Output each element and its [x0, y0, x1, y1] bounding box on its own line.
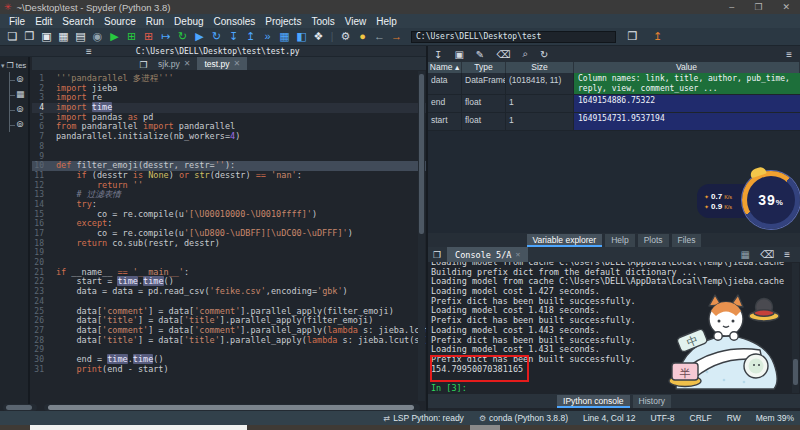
menu-item-help[interactable]: Help — [371, 16, 402, 27]
memory-gauge-widget[interactable]: 39% — [742, 168, 800, 232]
line-number: 27 — [32, 326, 56, 336]
editor-vertical-scrollbar[interactable] — [418, 71, 425, 401]
cake-character: 半 — [680, 367, 691, 380]
back-icon[interactable]: ← — [371, 28, 388, 45]
tools-icon[interactable]: ⚙ — [337, 28, 354, 45]
line-number: 15 — [32, 210, 56, 220]
menu-item-run[interactable]: Run — [141, 16, 169, 27]
console-tab[interactable]: Console 5/A ✕ — [447, 247, 528, 262]
tab-ipython-console[interactable]: IPython console — [557, 395, 629, 408]
inspect-icon[interactable]: ▦ — [741, 249, 750, 260]
menu-item-file[interactable]: File — [4, 16, 30, 27]
re-run-icon[interactable]: ↻ — [174, 28, 191, 45]
working-directory-input[interactable]: C:\Users\DELL\Desktop\test — [411, 31, 616, 43]
column-header-2[interactable]: Size — [506, 62, 574, 73]
import-data-icon[interactable]: ↧ — [434, 49, 442, 60]
remove-variables-icon[interactable]: ⌫ — [496, 49, 510, 60]
minimize-button[interactable]: – — [729, 2, 734, 12]
parent-folder-icon[interactable]: ↥ — [649, 28, 666, 45]
forward-icon[interactable]: → — [388, 28, 405, 45]
status-label: Mem 39% — [756, 413, 794, 423]
token: data[ — [56, 335, 102, 345]
editor-tab-test.py[interactable]: test.py✕ — [197, 57, 247, 70]
menu-item-consoles[interactable]: Consoles — [209, 16, 261, 27]
line-number: 14 — [32, 200, 56, 210]
status-label: LSP Python: ready — [393, 413, 464, 423]
menu-item-tools[interactable]: Tools — [306, 16, 339, 27]
right-pane-tabs: Variable explorerHelpPlotsFiles — [428, 233, 800, 247]
code-editor[interactable]: 1'''pandarallel 多进程'''2import jieba3impo… — [32, 70, 426, 402]
close-tab-icon[interactable]: ✕ — [184, 59, 191, 68]
variable-explorer-menu-icon[interactable]: ≡ — [786, 49, 800, 60]
refresh-variables-icon[interactable]: ↻ — [540, 49, 548, 60]
step-into-icon[interactable]: ↧ — [225, 28, 242, 45]
save-data-as-icon[interactable]: ✎ — [476, 49, 484, 60]
menu-item-source[interactable]: Source — [99, 16, 141, 27]
step-return-icon[interactable]: ↥ — [242, 28, 259, 45]
close-button[interactable]: ✕ — [782, 2, 790, 12]
tree-horizontal-scrollbar[interactable] — [3, 404, 37, 411]
clear-console-icon[interactable]: ⌫ — [760, 249, 774, 260]
python-file-icon[interactable]: ⊚ — [10, 102, 28, 117]
token: 'comment' — [102, 306, 148, 316]
menu-item-projects[interactable]: Projects — [260, 16, 306, 27]
new-file-icon[interactable]: ❏ — [4, 28, 21, 45]
menu-item-edit[interactable]: Edit — [30, 16, 57, 27]
find-in-files-icon[interactable]: ▤ — [72, 28, 89, 45]
status-label: CRLF — [690, 413, 712, 423]
console-menu-icon[interactable]: ≡ — [784, 249, 790, 260]
open-file-icon[interactable]: ❒ — [21, 28, 38, 45]
token: from — [56, 121, 76, 131]
menu-item-search[interactable]: Search — [57, 16, 99, 27]
token: ] = data[ — [138, 335, 184, 345]
layout-icon[interactable]: ◧ — [293, 28, 310, 45]
maximize-pane-icon[interactable]: ❖ — [310, 28, 327, 45]
close-console-icon[interactable]: ✕ — [515, 250, 520, 259]
maximize-button[interactable]: ❐ — [754, 2, 762, 12]
debug-continue-icon[interactable]: » — [259, 28, 276, 45]
preferences-icon[interactable]: ◉ — [89, 28, 106, 45]
python-file-icon[interactable]: ⊚ — [10, 72, 28, 87]
data-file-icon[interactable]: ▦ — [10, 87, 28, 102]
table-row[interactable]: startfloat11649154731.9537194 — [428, 113, 800, 131]
save-file-icon[interactable]: ▣ — [38, 28, 55, 45]
column-header-0[interactable]: Name ▴ — [428, 62, 462, 73]
run-cell-icon[interactable]: ⊞ — [123, 28, 140, 45]
token: co = re.compile(u — [56, 228, 184, 238]
debug-file-icon[interactable]: ▶ — [191, 28, 208, 45]
tab-files[interactable]: Files — [672, 234, 702, 247]
console-vertical-scrollbar[interactable] — [792, 263, 799, 393]
close-tab-icon[interactable]: ✕ — [233, 59, 240, 68]
table-row[interactable]: endfloat11649154886.75322 — [428, 95, 800, 113]
stop-debug-icon[interactable]: ▦ — [276, 28, 293, 45]
background-window-edge — [30, 425, 247, 430]
run-selection-icon[interactable]: ↦ — [157, 28, 174, 45]
collapse-icon[interactable]: ▾ — [1, 62, 5, 70]
menubar: FileEditSearchSourceRunDebugConsolesProj… — [0, 14, 800, 28]
run-cell-advance-icon[interactable]: ⊞ — [140, 28, 157, 45]
menu-item-debug[interactable]: Debug — [169, 16, 208, 27]
debug-step-icon[interactable]: ↻ — [208, 28, 225, 45]
browse-folder-icon[interactable]: ❒ — [624, 28, 641, 45]
tab-plots[interactable]: Plots — [638, 234, 669, 247]
python-file-icon[interactable]: ⊚ — [10, 117, 28, 132]
save-all-icon[interactable]: ▦ — [55, 28, 72, 45]
tree-root[interactable]: ▾ ❒ tes — [0, 57, 28, 72]
save-data-icon[interactable]: ▣ — [454, 49, 463, 60]
token: 'title' — [102, 315, 138, 325]
statusbar: ⇄LSP Python: ready⚙conda (Python 3.8.8)L… — [0, 411, 800, 425]
search-variable-icon[interactable]: ⌕ — [522, 48, 528, 60]
run-file-icon[interactable]: ▶ — [106, 28, 123, 45]
python-env-icon[interactable]: ● — [354, 28, 371, 45]
editor-tab-sjk.py[interactable]: sjk.py✕ — [151, 57, 197, 70]
tab-help[interactable]: Help — [605, 234, 634, 247]
table-row[interactable]: dataDataFrame(1018418, 11)Column names: … — [428, 73, 800, 95]
tab-variable-explorer[interactable]: Variable explorer — [527, 234, 603, 247]
column-header-3[interactable]: Value — [574, 62, 800, 73]
browse-tabs-icon[interactable]: ❐ — [136, 60, 151, 70]
browse-console-tabs-icon[interactable]: ❐ — [433, 250, 441, 260]
menu-item-view[interactable]: View — [340, 16, 372, 27]
column-header-1[interactable]: Type — [462, 62, 506, 73]
lsp-status: ⇄LSP Python: ready — [383, 413, 463, 423]
editor-horizontal-scrollbar[interactable] — [44, 404, 420, 411]
